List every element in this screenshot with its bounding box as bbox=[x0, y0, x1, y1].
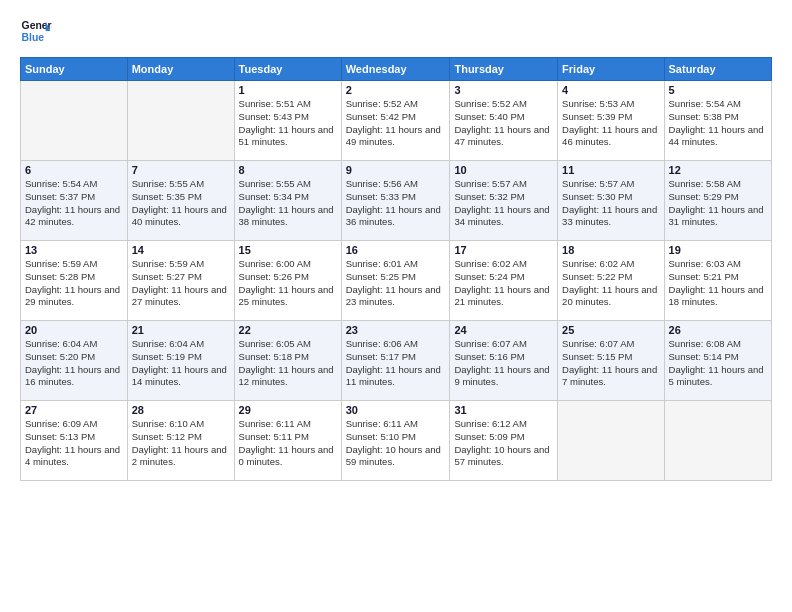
calendar-day-cell: 28Sunrise: 6:10 AM Sunset: 5:12 PM Dayli… bbox=[127, 401, 234, 481]
day-number: 21 bbox=[132, 324, 230, 336]
day-info: Sunrise: 6:07 AM Sunset: 5:15 PM Dayligh… bbox=[562, 338, 659, 389]
calendar-day-cell: 30Sunrise: 6:11 AM Sunset: 5:10 PM Dayli… bbox=[341, 401, 450, 481]
day-number: 4 bbox=[562, 84, 659, 96]
day-info: Sunrise: 5:54 AM Sunset: 5:38 PM Dayligh… bbox=[669, 98, 767, 149]
logo-icon: General Blue bbox=[20, 15, 52, 47]
day-number: 13 bbox=[25, 244, 123, 256]
calendar-day-cell: 31Sunrise: 6:12 AM Sunset: 5:09 PM Dayli… bbox=[450, 401, 558, 481]
day-number: 7 bbox=[132, 164, 230, 176]
day-info: Sunrise: 5:55 AM Sunset: 5:34 PM Dayligh… bbox=[239, 178, 337, 229]
day-number: 25 bbox=[562, 324, 659, 336]
day-info: Sunrise: 5:59 AM Sunset: 5:28 PM Dayligh… bbox=[25, 258, 123, 309]
calendar-day-cell: 16Sunrise: 6:01 AM Sunset: 5:25 PM Dayli… bbox=[341, 241, 450, 321]
day-number: 12 bbox=[669, 164, 767, 176]
calendar-header-row: SundayMondayTuesdayWednesdayThursdayFrid… bbox=[21, 58, 772, 81]
day-info: Sunrise: 6:11 AM Sunset: 5:10 PM Dayligh… bbox=[346, 418, 446, 469]
calendar-day-cell bbox=[127, 81, 234, 161]
weekday-header: Friday bbox=[558, 58, 664, 81]
calendar-day-cell bbox=[664, 401, 771, 481]
calendar-day-cell: 10Sunrise: 5:57 AM Sunset: 5:32 PM Dayli… bbox=[450, 161, 558, 241]
calendar-day-cell: 24Sunrise: 6:07 AM Sunset: 5:16 PM Dayli… bbox=[450, 321, 558, 401]
calendar-week-row: 6Sunrise: 5:54 AM Sunset: 5:37 PM Daylig… bbox=[21, 161, 772, 241]
header: General Blue bbox=[20, 15, 772, 47]
calendar-day-cell bbox=[21, 81, 128, 161]
day-info: Sunrise: 6:08 AM Sunset: 5:14 PM Dayligh… bbox=[669, 338, 767, 389]
calendar-day-cell: 25Sunrise: 6:07 AM Sunset: 5:15 PM Dayli… bbox=[558, 321, 664, 401]
day-number: 19 bbox=[669, 244, 767, 256]
calendar-day-cell: 11Sunrise: 5:57 AM Sunset: 5:30 PM Dayli… bbox=[558, 161, 664, 241]
day-number: 27 bbox=[25, 404, 123, 416]
weekday-header: Wednesday bbox=[341, 58, 450, 81]
day-number: 15 bbox=[239, 244, 337, 256]
day-info: Sunrise: 6:05 AM Sunset: 5:18 PM Dayligh… bbox=[239, 338, 337, 389]
day-info: Sunrise: 5:59 AM Sunset: 5:27 PM Dayligh… bbox=[132, 258, 230, 309]
day-info: Sunrise: 6:04 AM Sunset: 5:20 PM Dayligh… bbox=[25, 338, 123, 389]
day-number: 29 bbox=[239, 404, 337, 416]
weekday-header: Sunday bbox=[21, 58, 128, 81]
day-info: Sunrise: 6:12 AM Sunset: 5:09 PM Dayligh… bbox=[454, 418, 553, 469]
day-number: 14 bbox=[132, 244, 230, 256]
day-number: 30 bbox=[346, 404, 446, 416]
day-number: 8 bbox=[239, 164, 337, 176]
day-number: 22 bbox=[239, 324, 337, 336]
calendar-day-cell: 29Sunrise: 6:11 AM Sunset: 5:11 PM Dayli… bbox=[234, 401, 341, 481]
day-info: Sunrise: 5:57 AM Sunset: 5:30 PM Dayligh… bbox=[562, 178, 659, 229]
calendar-day-cell: 20Sunrise: 6:04 AM Sunset: 5:20 PM Dayli… bbox=[21, 321, 128, 401]
day-number: 16 bbox=[346, 244, 446, 256]
day-number: 1 bbox=[239, 84, 337, 96]
day-info: Sunrise: 6:07 AM Sunset: 5:16 PM Dayligh… bbox=[454, 338, 553, 389]
day-info: Sunrise: 6:10 AM Sunset: 5:12 PM Dayligh… bbox=[132, 418, 230, 469]
weekday-header: Saturday bbox=[664, 58, 771, 81]
calendar-day-cell: 7Sunrise: 5:55 AM Sunset: 5:35 PM Daylig… bbox=[127, 161, 234, 241]
day-info: Sunrise: 5:52 AM Sunset: 5:42 PM Dayligh… bbox=[346, 98, 446, 149]
logo: General Blue bbox=[20, 15, 58, 47]
day-number: 2 bbox=[346, 84, 446, 96]
day-info: Sunrise: 6:04 AM Sunset: 5:19 PM Dayligh… bbox=[132, 338, 230, 389]
calendar-day-cell: 17Sunrise: 6:02 AM Sunset: 5:24 PM Dayli… bbox=[450, 241, 558, 321]
calendar-day-cell bbox=[558, 401, 664, 481]
day-info: Sunrise: 6:01 AM Sunset: 5:25 PM Dayligh… bbox=[346, 258, 446, 309]
day-info: Sunrise: 6:02 AM Sunset: 5:22 PM Dayligh… bbox=[562, 258, 659, 309]
day-info: Sunrise: 5:55 AM Sunset: 5:35 PM Dayligh… bbox=[132, 178, 230, 229]
day-number: 3 bbox=[454, 84, 553, 96]
calendar-day-cell: 8Sunrise: 5:55 AM Sunset: 5:34 PM Daylig… bbox=[234, 161, 341, 241]
day-number: 9 bbox=[346, 164, 446, 176]
calendar-day-cell: 27Sunrise: 6:09 AM Sunset: 5:13 PM Dayli… bbox=[21, 401, 128, 481]
calendar-week-row: 20Sunrise: 6:04 AM Sunset: 5:20 PM Dayli… bbox=[21, 321, 772, 401]
calendar-day-cell: 4Sunrise: 5:53 AM Sunset: 5:39 PM Daylig… bbox=[558, 81, 664, 161]
day-info: Sunrise: 6:00 AM Sunset: 5:26 PM Dayligh… bbox=[239, 258, 337, 309]
page: General Blue SundayMondayTuesdayWednesda… bbox=[0, 0, 792, 612]
day-number: 28 bbox=[132, 404, 230, 416]
day-info: Sunrise: 5:58 AM Sunset: 5:29 PM Dayligh… bbox=[669, 178, 767, 229]
calendar-week-row: 13Sunrise: 5:59 AM Sunset: 5:28 PM Dayli… bbox=[21, 241, 772, 321]
calendar: SundayMondayTuesdayWednesdayThursdayFrid… bbox=[20, 57, 772, 481]
weekday-header: Thursday bbox=[450, 58, 558, 81]
calendar-day-cell: 9Sunrise: 5:56 AM Sunset: 5:33 PM Daylig… bbox=[341, 161, 450, 241]
calendar-day-cell: 26Sunrise: 6:08 AM Sunset: 5:14 PM Dayli… bbox=[664, 321, 771, 401]
day-info: Sunrise: 5:51 AM Sunset: 5:43 PM Dayligh… bbox=[239, 98, 337, 149]
calendar-day-cell: 21Sunrise: 6:04 AM Sunset: 5:19 PM Dayli… bbox=[127, 321, 234, 401]
day-info: Sunrise: 5:53 AM Sunset: 5:39 PM Dayligh… bbox=[562, 98, 659, 149]
calendar-day-cell: 2Sunrise: 5:52 AM Sunset: 5:42 PM Daylig… bbox=[341, 81, 450, 161]
day-number: 17 bbox=[454, 244, 553, 256]
calendar-day-cell: 15Sunrise: 6:00 AM Sunset: 5:26 PM Dayli… bbox=[234, 241, 341, 321]
day-info: Sunrise: 5:57 AM Sunset: 5:32 PM Dayligh… bbox=[454, 178, 553, 229]
calendar-day-cell: 12Sunrise: 5:58 AM Sunset: 5:29 PM Dayli… bbox=[664, 161, 771, 241]
day-number: 18 bbox=[562, 244, 659, 256]
calendar-day-cell: 23Sunrise: 6:06 AM Sunset: 5:17 PM Dayli… bbox=[341, 321, 450, 401]
calendar-day-cell: 5Sunrise: 5:54 AM Sunset: 5:38 PM Daylig… bbox=[664, 81, 771, 161]
calendar-day-cell: 1Sunrise: 5:51 AM Sunset: 5:43 PM Daylig… bbox=[234, 81, 341, 161]
weekday-header: Tuesday bbox=[234, 58, 341, 81]
day-number: 11 bbox=[562, 164, 659, 176]
calendar-day-cell: 3Sunrise: 5:52 AM Sunset: 5:40 PM Daylig… bbox=[450, 81, 558, 161]
day-info: Sunrise: 6:02 AM Sunset: 5:24 PM Dayligh… bbox=[454, 258, 553, 309]
day-number: 10 bbox=[454, 164, 553, 176]
day-number: 31 bbox=[454, 404, 553, 416]
svg-text:Blue: Blue bbox=[22, 32, 45, 43]
day-info: Sunrise: 6:06 AM Sunset: 5:17 PM Dayligh… bbox=[346, 338, 446, 389]
calendar-day-cell: 22Sunrise: 6:05 AM Sunset: 5:18 PM Dayli… bbox=[234, 321, 341, 401]
day-info: Sunrise: 6:09 AM Sunset: 5:13 PM Dayligh… bbox=[25, 418, 123, 469]
day-number: 5 bbox=[669, 84, 767, 96]
day-info: Sunrise: 5:54 AM Sunset: 5:37 PM Dayligh… bbox=[25, 178, 123, 229]
weekday-header: Monday bbox=[127, 58, 234, 81]
